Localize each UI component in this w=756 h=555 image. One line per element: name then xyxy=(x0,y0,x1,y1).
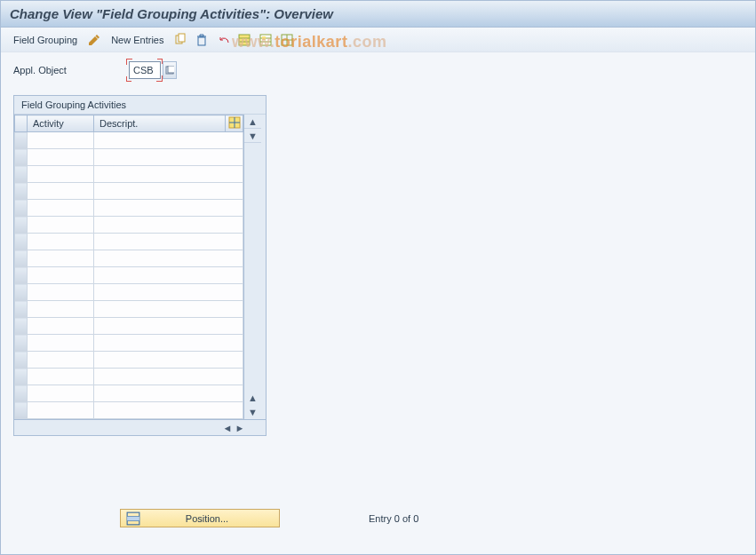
cell-descript[interactable] xyxy=(94,200,243,217)
select-all-icon[interactable] xyxy=(236,32,252,48)
table-row[interactable] xyxy=(15,183,243,200)
table-row[interactable] xyxy=(15,369,243,385)
cell-activity[interactable] xyxy=(28,200,94,217)
table-row[interactable] xyxy=(15,385,243,402)
cell-descript[interactable] xyxy=(94,352,243,369)
appl-object-input[interactable] xyxy=(129,61,161,79)
cell-activity[interactable] xyxy=(28,335,94,352)
cell-descript[interactable] xyxy=(94,149,243,166)
horizontal-scrollbar[interactable]: ◄ ► xyxy=(14,419,266,435)
table-row[interactable] xyxy=(15,132,243,149)
table-row[interactable] xyxy=(15,234,243,250)
row-selector[interactable] xyxy=(15,183,28,200)
configure-columns-icon[interactable] xyxy=(226,115,243,132)
copy-icon[interactable] xyxy=(172,32,188,48)
table-row[interactable] xyxy=(15,352,243,369)
col-descript[interactable]: Descript. xyxy=(94,115,226,132)
table-row[interactable] xyxy=(15,402,243,419)
table-row[interactable] xyxy=(15,217,243,234)
scroll-right-icon[interactable]: ► xyxy=(234,422,246,434)
search-help-icon[interactable] xyxy=(163,61,177,79)
row-selector[interactable] xyxy=(15,369,28,385)
cell-activity[interactable] xyxy=(28,166,94,183)
table-row[interactable] xyxy=(15,335,243,352)
cell-activity[interactable] xyxy=(28,402,94,419)
cell-descript[interactable] xyxy=(94,385,243,402)
field-grouping-menu[interactable]: Field Grouping xyxy=(10,33,81,47)
cell-descript[interactable] xyxy=(94,217,243,234)
row-selector[interactable] xyxy=(15,217,28,234)
scroll-left-icon[interactable]: ◄ xyxy=(221,422,234,434)
cell-descript[interactable] xyxy=(94,267,243,284)
cell-activity[interactable] xyxy=(28,149,94,166)
svg-rect-2 xyxy=(198,37,205,45)
scroll-up-bottom-icon[interactable]: ▲ xyxy=(244,391,261,405)
cell-activity[interactable] xyxy=(28,267,94,284)
scroll-track[interactable] xyxy=(244,143,261,391)
cell-activity[interactable] xyxy=(28,234,94,250)
row-selector[interactable] xyxy=(15,335,28,352)
table-row[interactable] xyxy=(15,250,243,267)
edit-icon[interactable] xyxy=(86,32,102,48)
cell-descript[interactable] xyxy=(94,402,243,419)
cell-descript[interactable] xyxy=(94,234,243,250)
row-selector[interactable] xyxy=(15,352,28,369)
cell-descript[interactable] xyxy=(94,284,243,301)
cell-activity[interactable] xyxy=(28,183,94,200)
row-selector[interactable] xyxy=(15,250,28,267)
cell-activity[interactable] xyxy=(28,369,94,385)
cell-descript[interactable] xyxy=(94,318,243,335)
cell-descript[interactable] xyxy=(94,335,243,352)
table-row[interactable] xyxy=(15,318,243,335)
row-selector[interactable] xyxy=(15,200,28,217)
row-selector[interactable] xyxy=(15,301,28,318)
table-row[interactable] xyxy=(15,284,243,301)
cell-activity[interactable] xyxy=(28,217,94,234)
cell-activity[interactable] xyxy=(28,301,94,318)
bottom-row: Position... Entry 0 of 0 xyxy=(13,509,743,527)
cell-activity[interactable] xyxy=(28,284,94,301)
row-selector[interactable] xyxy=(15,402,28,419)
row-selector[interactable] xyxy=(15,149,28,166)
vertical-scrollbar[interactable]: ▲ ▼ ▲ ▼ xyxy=(243,115,261,419)
svg-rect-1 xyxy=(179,34,185,42)
delete-icon[interactable] xyxy=(194,32,210,48)
cell-descript[interactable] xyxy=(94,132,243,149)
deselect-all-icon[interactable] xyxy=(258,32,274,48)
cell-activity[interactable] xyxy=(28,385,94,402)
scroll-up-icon[interactable]: ▲ xyxy=(244,115,261,129)
table-row[interactable] xyxy=(15,166,243,183)
scroll-down-bottom-icon[interactable]: ▼ xyxy=(244,405,261,419)
row-selector-header[interactable] xyxy=(15,115,28,132)
row-selector[interactable] xyxy=(15,166,28,183)
position-button[interactable]: Position... xyxy=(120,509,280,527)
svg-rect-9 xyxy=(262,36,266,40)
cell-activity[interactable] xyxy=(28,352,94,369)
table-settings-icon[interactable] xyxy=(279,32,295,48)
row-selector[interactable] xyxy=(15,132,28,149)
undo-icon[interactable] xyxy=(215,32,231,48)
table-row[interactable] xyxy=(15,267,243,284)
row-selector[interactable] xyxy=(15,385,28,402)
row-selector[interactable] xyxy=(15,234,28,250)
cell-descript[interactable] xyxy=(94,369,243,385)
entry-count: Entry 0 of 0 xyxy=(369,513,418,524)
toolbar: Field Grouping New Entries xyxy=(1,28,755,52)
cell-activity[interactable] xyxy=(28,250,94,267)
cell-descript[interactable] xyxy=(94,166,243,183)
col-activity[interactable]: Activity xyxy=(28,115,94,132)
scroll-down-icon[interactable]: ▼ xyxy=(244,129,261,143)
cell-activity[interactable] xyxy=(28,318,94,335)
position-button-label: Position... xyxy=(167,513,247,524)
row-selector[interactable] xyxy=(15,267,28,284)
table-row[interactable] xyxy=(15,301,243,318)
new-entries-menu[interactable]: New Entries xyxy=(107,33,167,47)
cell-descript[interactable] xyxy=(94,301,243,318)
cell-descript[interactable] xyxy=(94,250,243,267)
table-row[interactable] xyxy=(15,149,243,166)
row-selector[interactable] xyxy=(15,318,28,335)
table-row[interactable] xyxy=(15,200,243,217)
row-selector[interactable] xyxy=(15,284,28,301)
cell-activity[interactable] xyxy=(28,132,94,149)
cell-descript[interactable] xyxy=(94,183,243,200)
